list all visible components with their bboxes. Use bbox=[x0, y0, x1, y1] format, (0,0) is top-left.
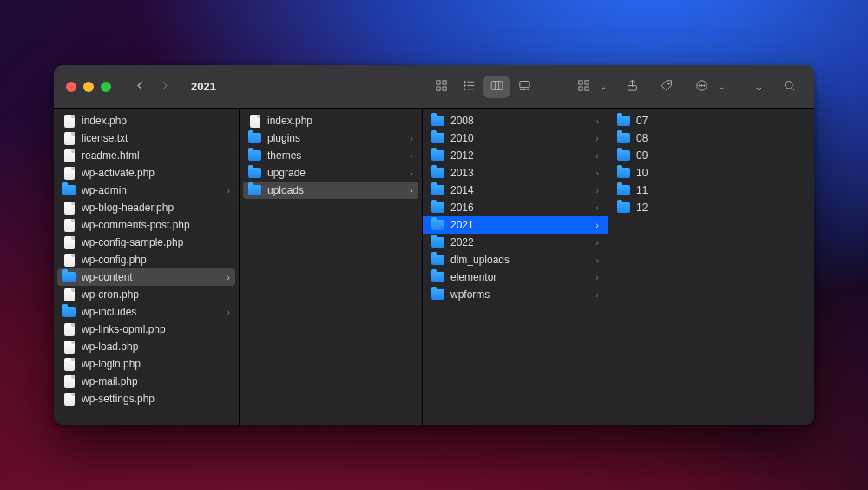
list-item[interactable]: license.txt bbox=[54, 129, 239, 147]
list-item[interactable]: 2014› bbox=[423, 182, 608, 199]
file-icon bbox=[62, 323, 76, 336]
item-label: wp-settings.php bbox=[82, 393, 230, 405]
list-item[interactable]: 10 bbox=[608, 164, 814, 182]
tag-icon bbox=[660, 78, 674, 96]
chevron-down-icon: ⌄ bbox=[600, 82, 607, 91]
item-label: wp-mail.php bbox=[82, 375, 230, 387]
item-label: index.php bbox=[267, 115, 413, 127]
gallery-view-button[interactable] bbox=[511, 76, 537, 98]
column[interactable]: 2008›2010›2012›2013›2014›2016›2021›2022›… bbox=[423, 109, 608, 425]
item-label: elementor bbox=[450, 271, 589, 283]
list-item[interactable]: wp-settings.php bbox=[54, 390, 239, 407]
chevron-right-icon: › bbox=[410, 168, 413, 178]
column[interactable]: index.phpplugins›themes›upgrade›uploads› bbox=[240, 109, 423, 425]
list-item[interactable]: wp-content› bbox=[57, 268, 235, 286]
folder-icon bbox=[431, 132, 444, 145]
list-item[interactable]: themes› bbox=[240, 147, 422, 164]
minimize-icon[interactable] bbox=[83, 82, 94, 92]
list-item[interactable]: wp-mail.php bbox=[54, 373, 239, 390]
list-item[interactable]: 08 bbox=[608, 129, 814, 147]
folder-icon bbox=[431, 219, 444, 232]
list-item[interactable]: 2021› bbox=[423, 216, 608, 234]
chevron-right-icon: › bbox=[595, 185, 599, 195]
folder-icon bbox=[431, 167, 444, 180]
svg-point-27 bbox=[785, 81, 792, 89]
file-icon bbox=[62, 254, 76, 267]
list-item[interactable]: dlm_uploads› bbox=[423, 251, 608, 268]
icon-view-button[interactable] bbox=[428, 76, 454, 98]
list-item[interactable]: wp-links-opml.php bbox=[54, 321, 239, 338]
list-item[interactable]: 2012› bbox=[423, 147, 608, 164]
list-item[interactable]: wp-config-sample.php bbox=[54, 234, 239, 251]
list-item[interactable]: wpforms› bbox=[423, 286, 608, 303]
list-item[interactable]: readme.html bbox=[54, 147, 239, 164]
item-label: 12 bbox=[636, 202, 806, 214]
search-button[interactable] bbox=[776, 76, 802, 98]
list-item[interactable]: upgrade› bbox=[240, 164, 422, 182]
list-item[interactable]: 2016› bbox=[423, 199, 608, 216]
list-item[interactable]: 12 bbox=[608, 199, 814, 216]
item-label: 2014 bbox=[450, 184, 589, 196]
list-item[interactable]: wp-includes› bbox=[54, 303, 239, 321]
zoom-icon[interactable] bbox=[101, 82, 111, 92]
list-item[interactable]: 11 bbox=[608, 182, 814, 199]
list-item[interactable]: wp-activate.php bbox=[54, 164, 239, 182]
chevron-right-icon: › bbox=[595, 220, 599, 230]
actions-button[interactable] bbox=[688, 76, 714, 98]
list-item[interactable]: uploads› bbox=[243, 182, 418, 199]
folder-icon bbox=[431, 254, 444, 267]
back-button[interactable] bbox=[128, 76, 151, 97]
svg-point-26 bbox=[703, 84, 704, 85]
forward-button[interactable] bbox=[153, 76, 175, 97]
chevron-down-icon[interactable]: ⌄ bbox=[754, 80, 764, 93]
list-item[interactable]: wp-cron.php bbox=[54, 286, 239, 303]
list-item[interactable]: wp-login.php bbox=[54, 355, 239, 373]
list-item[interactable]: 2010› bbox=[423, 129, 608, 147]
file-icon bbox=[62, 132, 76, 145]
list-view-button[interactable] bbox=[456, 76, 482, 98]
ellipsis-circle-icon bbox=[694, 78, 709, 96]
item-label: dlm_uploads bbox=[450, 254, 589, 266]
item-label: wp-admin bbox=[82, 184, 220, 196]
item-label: index.php bbox=[82, 115, 230, 127]
titlebar: 2021 ⌄ bbox=[54, 65, 814, 109]
list-item[interactable]: 07 bbox=[608, 112, 814, 129]
list-item[interactable]: wp-load.php bbox=[54, 338, 239, 355]
share-button[interactable] bbox=[619, 76, 645, 98]
tags-button[interactable] bbox=[654, 76, 680, 98]
folder-icon bbox=[248, 167, 261, 180]
nav-buttons bbox=[128, 76, 175, 97]
file-icon bbox=[62, 393, 76, 406]
list-item[interactable]: wp-config.php bbox=[54, 251, 239, 268]
chevron-right-icon: › bbox=[227, 272, 230, 282]
list-item[interactable]: 2022› bbox=[423, 234, 608, 251]
item-label: license.txt bbox=[82, 132, 230, 144]
item-label: 2013 bbox=[450, 167, 589, 179]
item-label: wp-login.php bbox=[82, 358, 230, 370]
list-item[interactable]: plugins› bbox=[240, 129, 422, 147]
list-item[interactable]: wp-comments-post.php bbox=[54, 216, 239, 234]
column-view-button[interactable] bbox=[483, 76, 510, 98]
close-icon[interactable] bbox=[66, 82, 76, 92]
item-label: wp-includes bbox=[82, 306, 220, 318]
list-item[interactable]: index.php bbox=[54, 112, 239, 129]
list-item[interactable]: index.php bbox=[240, 112, 422, 129]
list-item[interactable]: 2013› bbox=[423, 164, 608, 182]
chevron-right-icon: › bbox=[595, 272, 599, 282]
list-item[interactable]: elementor› bbox=[423, 268, 608, 286]
item-label: 10 bbox=[636, 167, 806, 179]
list-item[interactable]: wp-admin› bbox=[54, 182, 239, 199]
column[interactable]: 070809101112 bbox=[608, 109, 814, 425]
chevron-right-icon: › bbox=[595, 133, 599, 143]
group-button[interactable] bbox=[570, 76, 596, 98]
chevron-right-icon: › bbox=[410, 133, 413, 143]
list-item[interactable]: 2008› bbox=[423, 112, 608, 129]
list-item[interactable]: wp-blog-header.php bbox=[54, 199, 239, 216]
folder-icon bbox=[62, 306, 76, 319]
item-label: 2016 bbox=[450, 202, 589, 214]
column[interactable]: index.phplicense.txtreadme.htmlwp-activa… bbox=[54, 109, 240, 425]
folder-icon bbox=[617, 184, 630, 197]
list-item[interactable]: 09 bbox=[608, 147, 814, 164]
folder-icon bbox=[617, 132, 630, 145]
svg-point-8 bbox=[464, 89, 464, 89]
